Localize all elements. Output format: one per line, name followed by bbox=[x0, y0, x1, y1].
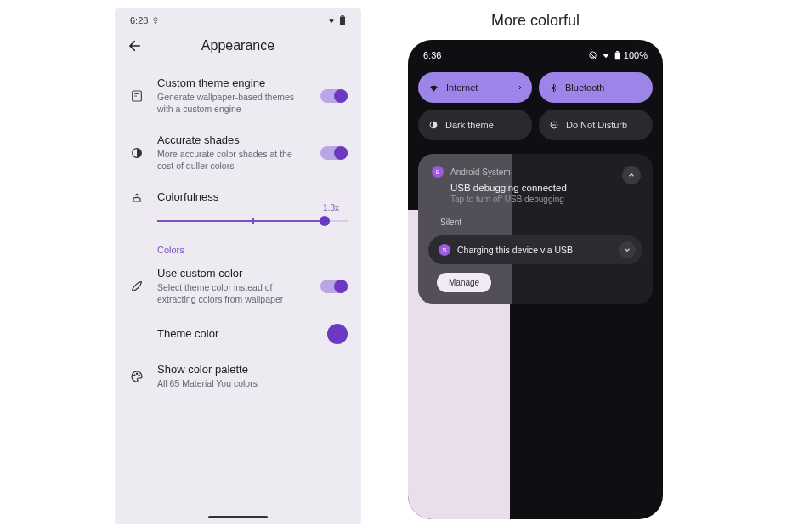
collapse-button[interactable] bbox=[622, 166, 641, 184]
qs-label: Do Not Disturb bbox=[566, 120, 627, 130]
wifi-icon bbox=[601, 51, 611, 59]
qs-label: Internet bbox=[446, 82, 478, 93]
quick-settings-tiles: Internet Bluetooth Dark theme bbox=[408, 65, 663, 147]
toggle-accurate-shades[interactable] bbox=[320, 146, 348, 160]
notification-panel: S Android System USB debugging connected… bbox=[418, 154, 653, 304]
dnd-icon bbox=[588, 51, 597, 60]
manage-label: Manage bbox=[449, 278, 479, 287]
brush-icon bbox=[128, 280, 145, 293]
qs-tile-dark-theme[interactable]: Dark theme bbox=[418, 110, 532, 140]
app-badge-icon: S bbox=[439, 244, 450, 256]
contrast-icon bbox=[128, 146, 145, 160]
setting-desc: Select theme color instead of extracting… bbox=[157, 282, 308, 305]
app-badge-icon: S bbox=[432, 166, 444, 178]
toggle-use-custom-color[interactable] bbox=[320, 280, 348, 293]
battery-percent: 100% bbox=[624, 50, 648, 60]
notif-app-name: Android System bbox=[450, 167, 511, 177]
setting-desc: All 65 Material You colors bbox=[157, 378, 348, 390]
qs-label: Bluetooth bbox=[565, 82, 604, 93]
settings-list: Custom theme engine Generate wallpaper-b… bbox=[115, 66, 361, 402]
expand-button[interactable] bbox=[619, 241, 636, 258]
setting-theme-color[interactable]: Theme color bbox=[115, 315, 361, 354]
app-bar: Appearance bbox=[115, 29, 361, 66]
svg-point-7 bbox=[139, 375, 139, 376]
wifi-icon bbox=[428, 82, 439, 93]
notification-charging[interactable]: S Charging this device via USB bbox=[428, 235, 642, 264]
battery-icon bbox=[339, 15, 346, 25]
svg-point-5 bbox=[134, 375, 135, 376]
status-time: 6:28 bbox=[130, 15, 148, 25]
dnd-icon bbox=[549, 120, 559, 130]
contrast-icon bbox=[428, 120, 439, 130]
notif-title: Charging this device via USB bbox=[457, 245, 573, 255]
setting-accurate-shades[interactable]: Accurate shades More accurate color shad… bbox=[115, 125, 361, 182]
status-bar: 6:28 bbox=[115, 8, 361, 29]
setting-desc: More accurate color shades at the cost o… bbox=[157, 149, 308, 172]
svg-point-6 bbox=[136, 373, 137, 374]
right-phone-screen: 6:36 100% Internet bbox=[408, 40, 663, 519]
setting-title: Custom theme engine bbox=[157, 76, 308, 91]
svg-point-0 bbox=[154, 18, 157, 21]
notification-usb-debugging[interactable]: S Android System USB debugging connected… bbox=[422, 157, 649, 212]
qs-tile-do-not-disturb[interactable]: Do Not Disturb bbox=[539, 110, 653, 140]
card-icon bbox=[128, 89, 145, 103]
qs-tile-internet[interactable]: Internet bbox=[418, 72, 532, 103]
back-button[interactable] bbox=[127, 37, 144, 54]
setting-custom-theme-engine[interactable]: Custom theme engine Generate wallpaper-b… bbox=[115, 68, 361, 125]
colorfulness-slider[interactable]: 1.8x bbox=[115, 203, 361, 235]
setting-title: Use custom color bbox=[157, 267, 308, 281]
status-time: 6:36 bbox=[423, 50, 441, 60]
bluetooth-icon bbox=[549, 82, 558, 93]
svg-rect-9 bbox=[616, 51, 619, 52]
section-header-colors: Colors bbox=[115, 235, 361, 258]
setting-title: Colorfulness bbox=[157, 190, 348, 205]
toggle-custom-theme[interactable] bbox=[320, 89, 348, 103]
svg-rect-1 bbox=[340, 17, 345, 25]
right-panel: More colorful 6:36 100% bbox=[391, 0, 680, 532]
left-phone-screen: 6:28 Appearance Custom theme engine bbox=[115, 8, 361, 524]
wifi-icon bbox=[326, 16, 337, 25]
setting-title: Accurate shades bbox=[157, 133, 308, 148]
chevron-right-icon bbox=[517, 84, 524, 91]
setting-use-custom-color[interactable]: Use custom color Select theme color inst… bbox=[115, 258, 361, 315]
palette-icon bbox=[128, 370, 145, 383]
status-bar: 6:36 100% bbox=[408, 40, 663, 65]
setting-desc: Generate wallpaper-based themes with a c… bbox=[157, 92, 308, 115]
setting-title: Theme color bbox=[157, 327, 315, 342]
theme-color-swatch[interactable] bbox=[327, 324, 348, 344]
battery-icon bbox=[614, 51, 620, 60]
svg-rect-2 bbox=[342, 15, 344, 17]
qs-label: Dark theme bbox=[445, 120, 494, 130]
cake-icon bbox=[128, 191, 145, 205]
svg-rect-8 bbox=[615, 52, 620, 59]
notif-subtitle: Tap to turn off USB debugging bbox=[432, 195, 639, 204]
setting-title: Show color palette bbox=[157, 363, 348, 377]
alarm-icon bbox=[151, 16, 160, 25]
setting-show-color-palette[interactable]: Show color palette All 65 Material You c… bbox=[115, 354, 361, 400]
page-title: Appearance bbox=[115, 38, 361, 54]
comparison-label: More colorful bbox=[391, 0, 680, 40]
manage-button[interactable]: Manage bbox=[437, 273, 491, 292]
qs-tile-bluetooth[interactable]: Bluetooth bbox=[539, 72, 653, 103]
notif-title: USB debugging connected bbox=[432, 183, 639, 193]
silent-section-label: Silent bbox=[422, 212, 649, 232]
nav-handle[interactable] bbox=[208, 516, 268, 518]
